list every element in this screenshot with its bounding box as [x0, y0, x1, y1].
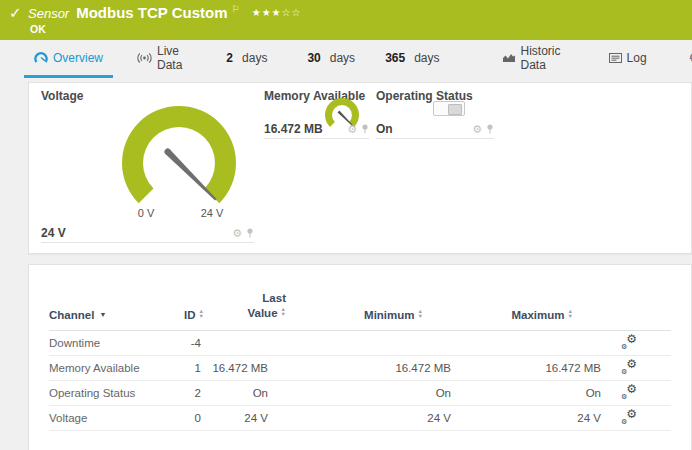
- column-header-channel[interactable]: Channel ▼: [49, 309, 174, 321]
- sort-icon: ▲▼: [418, 309, 423, 319]
- tab-log[interactable]: Log: [599, 40, 657, 78]
- tab-unit: days: [414, 51, 439, 65]
- channel-id: 2: [174, 387, 204, 399]
- gear-icon[interactable]: ⚙: [232, 228, 242, 238]
- tab-number: 2: [226, 51, 233, 65]
- column-header-maximum[interactable]: Maximum▲▼: [451, 309, 601, 321]
- channel-name: Memory Available: [49, 362, 174, 374]
- channels-table-header: Channel ▼ ID▲▼ Last Value▲▼ Minimum▲▼ Ma…: [49, 265, 671, 331]
- tab-historic-data[interactable]: Historic Data: [492, 40, 571, 78]
- channel-settings-icon[interactable]: ⚙⚙: [621, 360, 637, 374]
- pin-icon[interactable]: [486, 124, 494, 134]
- flag-icon[interactable]: ⚐: [232, 4, 240, 14]
- tab-live-data[interactable]: Live Data: [127, 40, 192, 78]
- channel-minimum: On: [286, 387, 451, 399]
- table-row-voltage: Voltage 0 24 V 24 V 24 V ⚙⚙: [49, 406, 671, 431]
- memory-gauge-panel: Memory Available 16.472 MB ⚙: [264, 89, 369, 139]
- memory-value: 16.472 MB: [264, 122, 323, 136]
- table-row-memory-available: Memory Available 1 16.472 MB 16.472 MB 1…: [49, 356, 671, 381]
- channel-last-value: 16.472 MB: [204, 362, 286, 374]
- channel-maximum: 24 V: [451, 412, 601, 424]
- sensor-kind-label: Sensor: [28, 6, 69, 21]
- chart-icon: [502, 52, 516, 63]
- channel-minimum: 16.472 MB: [286, 362, 451, 374]
- tab-label: Live Data: [157, 44, 182, 72]
- voltage-gauge-panel: Voltage 0 V 24 V 24 V ⚙: [41, 89, 254, 243]
- tab-label: Log: [627, 51, 647, 65]
- tab-bar: Overview Live Data 2 days 30 days 365 da…: [0, 40, 692, 78]
- priority-stars[interactable]: ★★★☆☆: [252, 7, 302, 18]
- toggle-switch-indicator: [433, 101, 465, 116]
- toggle-knob: [448, 104, 462, 115]
- column-header-id[interactable]: ID▲▼: [174, 309, 204, 321]
- gauge-max-label: 24 V: [192, 207, 232, 219]
- sensor-header: ✓ SensorModbus TCP Custom⚐★★★☆☆ OK: [0, 0, 692, 40]
- gauge-min-label: 0 V: [126, 207, 166, 219]
- tab-unit: days: [330, 51, 355, 65]
- tab-label: Historic Data: [521, 44, 561, 72]
- voltage-gauge: [104, 101, 254, 219]
- log-icon: [609, 53, 622, 63]
- table-row-downtime: Downtime -4 ⚙⚙: [49, 331, 671, 356]
- channel-name: Downtime: [49, 337, 174, 349]
- sensor-status-badge: OK: [30, 23, 46, 35]
- tab-unit: days: [242, 51, 267, 65]
- pin-icon[interactable]: [361, 124, 369, 134]
- voltage-value: 24 V: [41, 226, 66, 240]
- gear-icon[interactable]: ⚙: [347, 124, 357, 134]
- sort-icon: ▲▼: [568, 309, 573, 319]
- channel-name: Operating Status: [49, 387, 174, 399]
- stars-empty: ☆☆: [282, 7, 302, 18]
- tab-365-days[interactable]: 365 days: [375, 40, 449, 78]
- channel-id: 0: [174, 412, 204, 424]
- channel-last-value: On: [204, 387, 286, 399]
- overview-gauges-card: Voltage 0 V 24 V 24 V ⚙ Memory Available: [28, 82, 692, 254]
- channels-table-card: Channel ▼ ID▲▼ Last Value▲▼ Minimum▲▼ Ma…: [28, 264, 692, 450]
- operating-status-value: On: [376, 122, 393, 136]
- column-header-minimum[interactable]: Minimum▲▼: [286, 309, 451, 321]
- tab-label: Overview: [53, 51, 103, 65]
- operating-status-panel: Operating Status On ⚙: [376, 89, 494, 139]
- gear-icon[interactable]: ⚙: [472, 124, 482, 134]
- tab-overview[interactable]: Overview: [24, 40, 113, 78]
- live-data-icon: [137, 52, 152, 64]
- tab-30-days[interactable]: 30 days: [297, 40, 365, 78]
- channel-settings-icon[interactable]: ⚙⚙: [621, 410, 637, 424]
- tab-2-days[interactable]: 2 days: [216, 40, 277, 78]
- tab-number: 365: [385, 51, 405, 65]
- pin-icon[interactable]: [246, 228, 254, 238]
- channel-id: 1: [174, 362, 204, 374]
- stars-filled: ★★★: [252, 7, 282, 18]
- sort-desc-icon: ▼: [99, 311, 106, 318]
- channel-settings-icon[interactable]: ⚙⚙: [621, 385, 637, 399]
- channel-maximum: On: [451, 387, 601, 399]
- gauge-icon: [34, 51, 48, 64]
- channel-minimum: 24 V: [286, 412, 451, 424]
- sensor-title: Modbus TCP Custom: [76, 4, 227, 21]
- gear-icon: ⚙: [689, 50, 692, 65]
- status-check-icon: ✓: [9, 4, 22, 22]
- channel-id: -4: [174, 337, 204, 349]
- channel-name: Voltage: [49, 412, 174, 424]
- tab-settings[interactable]: ⚙ Settings: [679, 40, 692, 78]
- table-row-operating-status: Operating Status 2 On On On ⚙⚙: [49, 381, 671, 406]
- channel-last-value: 24 V: [204, 412, 286, 424]
- channel-maximum: 16.472 MB: [451, 362, 601, 374]
- column-header-last-value[interactable]: Last Value▲▼: [204, 291, 286, 321]
- channel-settings-icon[interactable]: ⚙⚙: [621, 335, 637, 349]
- tab-number: 30: [307, 51, 320, 65]
